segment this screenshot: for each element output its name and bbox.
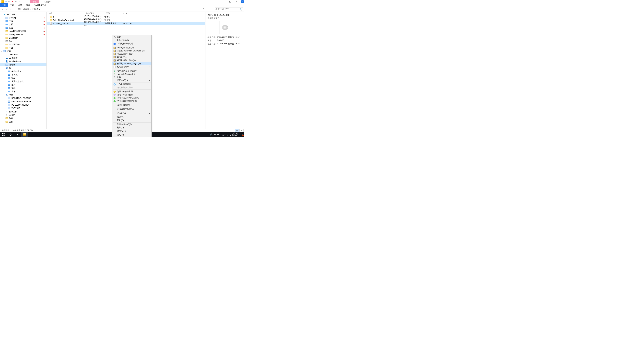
menu-item[interactable]: 添加到压缩文件(A)... bbox=[112, 46, 152, 49]
menu-item[interactable]: 使用 360强力删除 bbox=[112, 93, 152, 96]
tree-item[interactable]: 天翼云盘下载 bbox=[0, 80, 46, 83]
ribbon-tab-view[interactable]: 查看 bbox=[24, 3, 32, 7]
ribbon-tab-home[interactable]: 主页 bbox=[8, 3, 16, 7]
file-row[interactable]: Win7x64_2020.iso2020/12/25, 星期五 1...光盘映像… bbox=[46, 22, 205, 25]
ribbon-tab-disc[interactable]: 光盘映像工具 bbox=[32, 3, 48, 7]
taskbar-explorer-button[interactable] bbox=[21, 132, 28, 137]
search-icon[interactable]: 🔍 bbox=[240, 8, 242, 10]
expand-icon[interactable]: › bbox=[1, 67, 2, 69]
menu-item[interactable]: 复制(C) bbox=[112, 119, 152, 122]
tree-item[interactable]: ›▣库 bbox=[0, 66, 46, 70]
menu-item[interactable]: 还原以前的版本(V) bbox=[112, 108, 152, 111]
context-menu[interactable]: 装载刻录光盘映像上传到有道云笔记添加到压缩文件(A)...添加到 "Win7x6… bbox=[112, 35, 152, 137]
tree-item[interactable]: 文件 bbox=[0, 120, 46, 123]
refresh-icon[interactable]: ⟳ bbox=[207, 8, 214, 10]
tree-item[interactable]: 👤Administrator bbox=[0, 60, 46, 63]
tree-item[interactable]: YUNQISHI2019📌 bbox=[0, 33, 46, 36]
task-view-button[interactable]: ⊞ bbox=[14, 132, 21, 137]
menu-item[interactable]: 添加到 "Win7x64_2020.zip" (T) bbox=[112, 49, 152, 52]
nav-up-icon[interactable]: ↑ bbox=[13, 8, 16, 10]
tree-item[interactable]: Bandicam bbox=[0, 36, 46, 39]
taskbar-search-button[interactable]: ◯ bbox=[7, 132, 14, 137]
menu-item[interactable]: 使用 360解除占用 bbox=[112, 90, 152, 93]
view-details-button[interactable]: ▤ bbox=[235, 129, 239, 132]
tree-item[interactable]: excel表格制作求和📌 bbox=[0, 29, 46, 33]
nav-back-icon[interactable]: ← bbox=[1, 8, 4, 10]
action-center-button[interactable]: ▭ 3 bbox=[240, 133, 244, 136]
tray-overflow-icon[interactable]: ˄ bbox=[208, 133, 209, 136]
file-list[interactable]: 名称 修改日期 类型 大小 12020/12/15, 星期二 1...文件夹Ba… bbox=[46, 12, 205, 129]
search-input[interactable]: 搜索"文档 (E:)" 🔍 bbox=[215, 7, 243, 11]
minimize-button[interactable]: — bbox=[220, 0, 227, 3]
view-large-button[interactable]: ▦ bbox=[240, 129, 244, 132]
menu-item[interactable]: 发送到(N)▶ bbox=[112, 112, 152, 115]
file-row[interactable]: 12020/12/15, 星期二 1...文件夹 bbox=[46, 15, 205, 18]
tree-item[interactable]: ☁OneDrive bbox=[0, 53, 46, 56]
menu-item[interactable]: 解压到(F)... bbox=[112, 56, 152, 59]
tree-item[interactable]: DESKTOP-LSSOEDP bbox=[0, 96, 46, 100]
tree-item[interactable]: ZMT2019 bbox=[0, 107, 46, 110]
crumb-folder[interactable]: 文档 (E:) bbox=[32, 8, 40, 11]
network-icon[interactable]: 🖧 bbox=[217, 133, 219, 136]
menu-item[interactable]: 属性(R) bbox=[112, 133, 152, 136]
ime-indicator[interactable]: 中 bbox=[214, 133, 216, 136]
menu-item[interactable]: ◉用 蜂蜜浏览器 浏览(3) bbox=[112, 69, 152, 72]
tree-item[interactable]: 文档 bbox=[0, 86, 46, 90]
col-size[interactable]: 大小 bbox=[121, 12, 134, 15]
maximize-button[interactable]: ▢ bbox=[227, 0, 234, 3]
tree-item[interactable]: ⌄★快速访问 bbox=[0, 13, 46, 16]
tree-item[interactable]: G:\ bbox=[0, 39, 46, 43]
menu-item[interactable]: 解压到当前文件夹(X) bbox=[112, 59, 152, 62]
crumb-this-pc[interactable]: 此电脑 bbox=[23, 8, 29, 11]
chevron-right-icon[interactable]: › bbox=[22, 8, 22, 10]
chevron-right-icon[interactable]: › bbox=[41, 8, 41, 10]
expand-icon[interactable]: ⌄ bbox=[1, 13, 2, 15]
help-icon[interactable]: ? bbox=[241, 0, 244, 3]
address-dropdown-icon[interactable]: ˅ bbox=[200, 8, 206, 10]
tree-item[interactable]: 图片📌 bbox=[0, 26, 46, 29]
tree-item[interactable]: ☁WPS网盘 bbox=[0, 56, 46, 60]
menu-item[interactable]: 使用 360进行木马云查杀 bbox=[112, 96, 152, 99]
tree-item[interactable]: 音乐 bbox=[0, 90, 46, 93]
tree-item[interactable]: 软件 bbox=[0, 117, 46, 120]
tree-item[interactable]: 文档📌 bbox=[0, 23, 46, 26]
menu-item[interactable]: 删除(D) bbox=[112, 126, 152, 129]
menu-item[interactable]: 通过QQ发送到 bbox=[112, 104, 152, 107]
nav-recent-icon[interactable]: ▾ bbox=[9, 8, 12, 10]
menu-item[interactable]: 刻录光盘映像 bbox=[112, 39, 152, 42]
menu-item[interactable]: 创建快捷方式(S) bbox=[112, 123, 152, 126]
chevron-right-icon[interactable]: › bbox=[30, 8, 31, 10]
expand-icon[interactable]: ⌄ bbox=[1, 50, 2, 52]
tree-item[interactable]: ⌄桌面 bbox=[0, 50, 46, 53]
tree-item[interactable]: ⛭控制面板 bbox=[0, 110, 46, 113]
menu-item[interactable]: 打开方式(H)▶ bbox=[112, 79, 152, 82]
menu-item[interactable]: 剪切(T) bbox=[112, 116, 152, 119]
menu-item[interactable]: 解压到 Win7x64_2020\ (E) bbox=[112, 62, 152, 65]
ribbon-context-tab[interactable]: 管理 bbox=[30, 0, 39, 3]
ribbon-file-tab[interactable]: 文件 bbox=[0, 3, 8, 7]
tree-item[interactable]: 图片 bbox=[0, 46, 46, 50]
tree-item[interactable]: Desktop📌 bbox=[0, 16, 46, 19]
tree-item[interactable]: win7重装win7 bbox=[0, 43, 46, 46]
system-tray[interactable]: ˄ 🔊 中 🖧 16:32 2020/12/25, 星期五 ▭ 3 bbox=[208, 132, 244, 136]
menu-item[interactable]: ⇪共享 bbox=[112, 76, 152, 79]
qat-more-icon[interactable]: ▾ bbox=[18, 0, 21, 3]
tree-item[interactable]: 图片 bbox=[0, 83, 46, 86]
qat-delete-icon[interactable]: ✕ bbox=[11, 0, 14, 3]
tree-item[interactable]: 保存的图片 bbox=[0, 70, 46, 73]
ribbon-tab-share[interactable]: 共享 bbox=[16, 3, 24, 7]
tree-item[interactable]: 本机照片 bbox=[0, 73, 46, 76]
menu-item[interactable]: 上传到百度网盘 bbox=[112, 83, 152, 86]
expand-icon[interactable]: ⌄ bbox=[1, 94, 2, 96]
qat-props-icon[interactable]: ⧉ bbox=[14, 0, 18, 3]
taskbar-clock[interactable]: 16:32 2020/12/25, 星期五 bbox=[220, 132, 239, 136]
menu-item[interactable]: 使用 360管理右键菜单 bbox=[112, 99, 152, 103]
volume-icon[interactable]: 🔊 bbox=[210, 133, 212, 136]
menu-item[interactable]: ✎Edit with Notepad++ bbox=[112, 72, 152, 76]
menu-item[interactable]: 重命名(M) bbox=[112, 129, 152, 132]
col-type[interactable]: 类型 bbox=[104, 12, 121, 15]
menu-item[interactable]: 用360压缩打开(Q) bbox=[112, 52, 152, 56]
nav-tree[interactable]: ⌄★快速访问Desktop📌下载📌文档📌图片📌excel表格制作求和📌YUNQI… bbox=[0, 12, 46, 129]
qat-undo-icon[interactable]: ↩ bbox=[8, 0, 11, 3]
qat-save-icon[interactable]: ▭ bbox=[4, 0, 8, 3]
